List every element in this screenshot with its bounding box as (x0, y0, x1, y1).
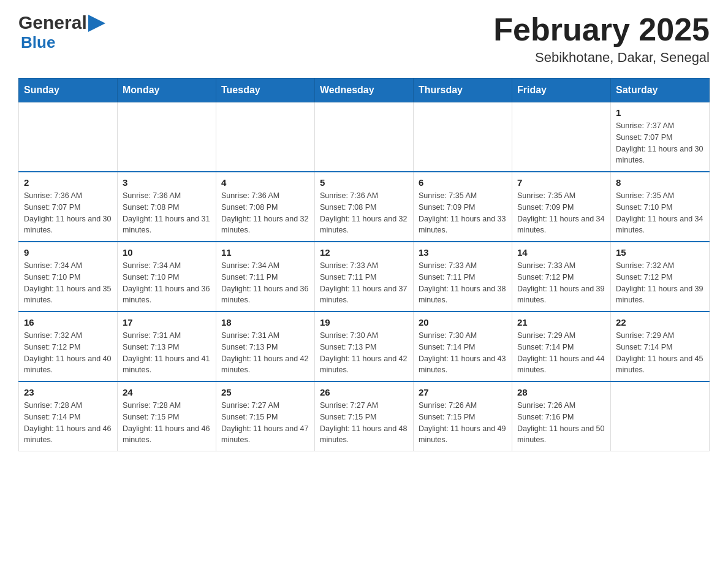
calendar-week-row: 9Sunrise: 7:34 AMSunset: 7:10 PMDaylight… (19, 242, 710, 312)
day-number: 11 (221, 247, 309, 258)
day-info: Sunrise: 7:26 AMSunset: 7:15 PMDaylight:… (419, 400, 507, 446)
day-number: 6 (419, 177, 507, 188)
day-number: 15 (616, 247, 704, 258)
day-number: 5 (320, 177, 408, 188)
logo-blue-text: Blue (21, 33, 55, 52)
day-info: Sunrise: 7:34 AMSunset: 7:11 PMDaylight:… (221, 260, 309, 306)
calendar-title: February 2025 (493, 12, 710, 47)
day-of-week-header: Tuesday (216, 79, 315, 102)
calendar-cell: 7Sunrise: 7:35 AMSunset: 7:09 PMDaylight… (512, 172, 611, 242)
logo-arrow-icon (88, 15, 105, 32)
day-number: 1 (616, 107, 704, 118)
calendar-cell: 14Sunrise: 7:33 AMSunset: 7:12 PMDayligh… (512, 242, 611, 312)
calendar-cell: 12Sunrise: 7:33 AMSunset: 7:11 PMDayligh… (315, 242, 414, 312)
calendar-cell (512, 102, 611, 172)
day-info: Sunrise: 7:34 AMSunset: 7:10 PMDaylight:… (24, 260, 112, 306)
day-of-week-header: Wednesday (315, 79, 414, 102)
day-number: 25 (221, 387, 309, 397)
calendar-cell: 22Sunrise: 7:29 AMSunset: 7:14 PMDayligh… (611, 312, 710, 381)
day-info: Sunrise: 7:28 AMSunset: 7:15 PMDaylight:… (123, 400, 211, 446)
day-of-week-header: Friday (512, 79, 611, 102)
day-number: 7 (517, 177, 605, 188)
day-number: 26 (320, 387, 408, 397)
calendar-cell: 17Sunrise: 7:31 AMSunset: 7:13 PMDayligh… (118, 312, 216, 381)
svg-marker-0 (88, 15, 105, 32)
day-number: 16 (24, 317, 112, 327)
page-header: General Blue February 2025 Sebikhotane, … (18, 12, 710, 66)
day-info: Sunrise: 7:36 AMSunset: 7:08 PMDaylight:… (320, 190, 408, 236)
calendar-cell: 11Sunrise: 7:34 AMSunset: 7:11 PMDayligh… (216, 242, 315, 312)
day-number: 3 (123, 177, 211, 188)
calendar-cell: 25Sunrise: 7:27 AMSunset: 7:15 PMDayligh… (216, 381, 315, 451)
calendar-cell: 1Sunrise: 7:37 AMSunset: 7:07 PMDaylight… (611, 102, 710, 172)
day-number: 13 (419, 247, 507, 258)
calendar-cell (611, 381, 710, 451)
calendar-cell: 20Sunrise: 7:30 AMSunset: 7:14 PMDayligh… (414, 312, 512, 381)
calendar-cell: 5Sunrise: 7:36 AMSunset: 7:08 PMDaylight… (315, 172, 414, 242)
day-number: 8 (616, 177, 704, 188)
logo: General Blue (18, 12, 105, 52)
calendar-header-row: SundayMondayTuesdayWednesdayThursdayFrid… (19, 79, 710, 102)
calendar-week-row: 16Sunrise: 7:32 AMSunset: 7:12 PMDayligh… (19, 312, 710, 381)
day-number: 9 (24, 247, 112, 258)
calendar-cell: 16Sunrise: 7:32 AMSunset: 7:12 PMDayligh… (19, 312, 118, 381)
day-info: Sunrise: 7:31 AMSunset: 7:13 PMDaylight:… (221, 330, 309, 376)
day-number: 4 (221, 177, 309, 188)
calendar-cell: 21Sunrise: 7:29 AMSunset: 7:14 PMDayligh… (512, 312, 611, 381)
day-number: 24 (123, 387, 211, 397)
day-info: Sunrise: 7:36 AMSunset: 7:08 PMDaylight:… (123, 190, 211, 236)
calendar-cell: 10Sunrise: 7:34 AMSunset: 7:10 PMDayligh… (118, 242, 216, 312)
day-info: Sunrise: 7:35 AMSunset: 7:10 PMDaylight:… (616, 190, 704, 236)
calendar-table: SundayMondayTuesdayWednesdayThursdayFrid… (18, 78, 710, 451)
calendar-cell (414, 102, 512, 172)
day-info: Sunrise: 7:28 AMSunset: 7:14 PMDaylight:… (24, 400, 112, 446)
calendar-cell (216, 102, 315, 172)
day-info: Sunrise: 7:29 AMSunset: 7:14 PMDaylight:… (517, 330, 605, 376)
day-of-week-header: Sunday (19, 79, 118, 102)
day-info: Sunrise: 7:36 AMSunset: 7:08 PMDaylight:… (221, 190, 309, 236)
day-info: Sunrise: 7:37 AMSunset: 7:07 PMDaylight:… (616, 120, 704, 166)
day-of-week-header: Thursday (414, 79, 512, 102)
day-info: Sunrise: 7:35 AMSunset: 7:09 PMDaylight:… (419, 190, 507, 236)
calendar-subtitle: Sebikhotane, Dakar, Senegal (493, 50, 710, 66)
day-number: 23 (24, 387, 112, 397)
day-number: 10 (123, 247, 211, 258)
day-number: 12 (320, 247, 408, 258)
day-info: Sunrise: 7:36 AMSunset: 7:07 PMDaylight:… (24, 190, 112, 236)
calendar-cell: 8Sunrise: 7:35 AMSunset: 7:10 PMDaylight… (611, 172, 710, 242)
day-number: 14 (517, 247, 605, 258)
logo-general-text: General (18, 12, 87, 33)
calendar-cell: 24Sunrise: 7:28 AMSunset: 7:15 PMDayligh… (118, 381, 216, 451)
day-number: 28 (517, 387, 605, 397)
day-number: 20 (419, 317, 507, 327)
calendar-week-row: 2Sunrise: 7:36 AMSunset: 7:07 PMDaylight… (19, 172, 710, 242)
calendar-cell (19, 102, 118, 172)
calendar-cell: 28Sunrise: 7:26 AMSunset: 7:16 PMDayligh… (512, 381, 611, 451)
day-number: 2 (24, 177, 112, 188)
day-number: 22 (616, 317, 704, 327)
day-info: Sunrise: 7:31 AMSunset: 7:13 PMDaylight:… (123, 330, 211, 376)
day-of-week-header: Saturday (611, 79, 710, 102)
calendar-cell: 2Sunrise: 7:36 AMSunset: 7:07 PMDaylight… (19, 172, 118, 242)
calendar-cell: 3Sunrise: 7:36 AMSunset: 7:08 PMDaylight… (118, 172, 216, 242)
calendar-cell: 4Sunrise: 7:36 AMSunset: 7:08 PMDaylight… (216, 172, 315, 242)
calendar-week-row: 23Sunrise: 7:28 AMSunset: 7:14 PMDayligh… (19, 381, 710, 451)
day-of-week-header: Monday (118, 79, 216, 102)
calendar-cell (118, 102, 216, 172)
calendar-cell: 13Sunrise: 7:33 AMSunset: 7:11 PMDayligh… (414, 242, 512, 312)
day-number: 19 (320, 317, 408, 327)
day-info: Sunrise: 7:27 AMSunset: 7:15 PMDaylight:… (221, 400, 309, 446)
calendar-cell: 19Sunrise: 7:30 AMSunset: 7:13 PMDayligh… (315, 312, 414, 381)
day-info: Sunrise: 7:33 AMSunset: 7:11 PMDaylight:… (320, 260, 408, 306)
day-number: 21 (517, 317, 605, 327)
calendar-cell: 18Sunrise: 7:31 AMSunset: 7:13 PMDayligh… (216, 312, 315, 381)
day-info: Sunrise: 7:26 AMSunset: 7:16 PMDaylight:… (517, 400, 605, 446)
day-info: Sunrise: 7:29 AMSunset: 7:14 PMDaylight:… (616, 330, 704, 376)
calendar-cell: 6Sunrise: 7:35 AMSunset: 7:09 PMDaylight… (414, 172, 512, 242)
day-info: Sunrise: 7:32 AMSunset: 7:12 PMDaylight:… (616, 260, 704, 306)
day-number: 18 (221, 317, 309, 327)
day-number: 27 (419, 387, 507, 397)
calendar-cell: 9Sunrise: 7:34 AMSunset: 7:10 PMDaylight… (19, 242, 118, 312)
day-info: Sunrise: 7:30 AMSunset: 7:13 PMDaylight:… (320, 330, 408, 376)
day-info: Sunrise: 7:27 AMSunset: 7:15 PMDaylight:… (320, 400, 408, 446)
